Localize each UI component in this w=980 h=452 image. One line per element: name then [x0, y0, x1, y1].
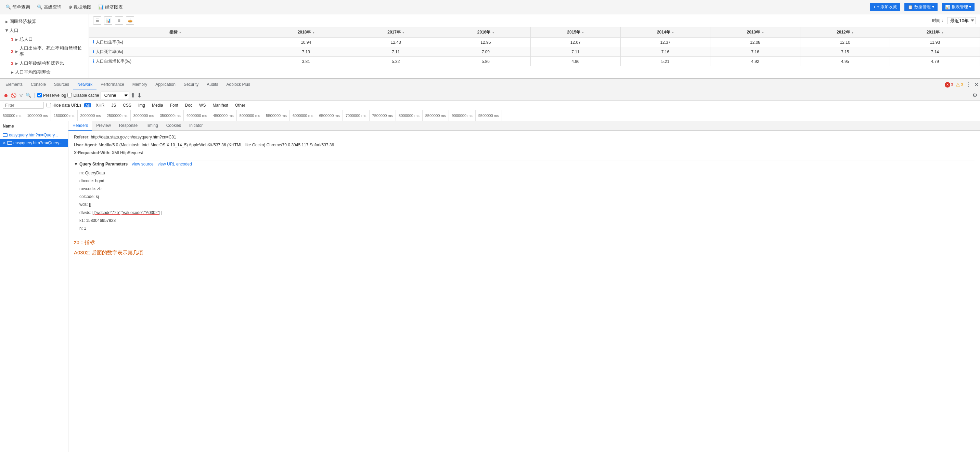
- tree-item-age-structure[interactable]: 3 ▶ 人口年龄结构和抚养比: [0, 59, 89, 68]
- name-panel: Name easyquery.htm?m=Query... ✕ easyquer…: [0, 121, 68, 452]
- data-map[interactable]: ⊕ 数据地图: [68, 4, 91, 10]
- devtools-toolbar: ⏺ 🚫 ▽ 🔍 Preserve log Disable cache Onlin…: [0, 90, 980, 100]
- table-view-icon[interactable]: ≡: [115, 16, 123, 25]
- tab-memory[interactable]: Memory: [128, 79, 151, 90]
- col-header-2012[interactable]: 2012年 ▾: [800, 27, 890, 38]
- chevron-right-icon-4: ▶: [15, 62, 18, 65]
- all-filter-badge[interactable]: All: [84, 103, 91, 107]
- tree-item-total-pop[interactable]: 1 ▶ 总人口: [0, 35, 89, 44]
- chart-view-icon[interactable]: 📊: [104, 16, 112, 25]
- chevron-right-icon-2: ▶: [15, 38, 18, 41]
- upload-icon[interactable]: ⬆: [130, 92, 135, 99]
- data-manage-btn[interactable]: 📋 数据管理 ▾: [904, 3, 937, 11]
- param-wds: wds: []: [80, 201, 975, 209]
- tree-item-life-expectancy[interactable]: ▶ 人口平均预期寿命: [0, 68, 89, 76]
- filter-other[interactable]: Other: [233, 103, 247, 108]
- info-icon-2[interactable]: ℹ: [93, 49, 94, 54]
- main-panel: Name easyquery.htm?m=Query... ✕ easyquer…: [0, 121, 980, 452]
- disable-cache-label[interactable]: Disable cache: [67, 93, 99, 98]
- warning-indicator: ⚠ 3: [956, 82, 963, 87]
- tab-network[interactable]: Network: [73, 79, 97, 90]
- website-area: 🔍 简单查询 🔍 高级查询 ⊕ 数据地图 📊 经济图表 + + 添加收藏 📋 数…: [0, 0, 980, 79]
- close-icon[interactable]: ✕: [974, 81, 978, 88]
- tab-sources[interactable]: Sources: [50, 79, 73, 90]
- col-header-2017[interactable]: 2017年 ▾: [351, 27, 441, 38]
- param-dfwds: dfwds: [{"wdcode":"zb","valuecode":"A030…: [80, 209, 975, 217]
- economic-chart[interactable]: 📊 经济图表: [98, 4, 123, 10]
- website-toolbar: 🔍 简单查询 🔍 高级查询 ⊕ 数据地图 📊 经济图表 + + 添加收藏 📋 数…: [0, 0, 980, 14]
- col-header-2016[interactable]: 2016年 ▾: [441, 27, 531, 38]
- col-header-2013[interactable]: 2013年 ▾: [710, 27, 800, 38]
- detail-tab-cookies[interactable]: Cookies: [162, 121, 185, 131]
- chevron-right-icon-5: ▶: [11, 70, 14, 74]
- tree-item-national-economy[interactable]: ▶ 国民经济核算: [0, 17, 89, 26]
- time-select[interactable]: 最近10年: [947, 17, 976, 24]
- filter-input[interactable]: [3, 102, 44, 109]
- view-url-encoded-link[interactable]: view URL encoded: [158, 162, 192, 167]
- preserve-log-checkbox[interactable]: [37, 93, 42, 97]
- col-header-2014[interactable]: 2014年 ▾: [620, 27, 710, 38]
- record-btn[interactable]: ⏺: [3, 92, 9, 98]
- search-icon-2: 🔍: [37, 5, 43, 10]
- filter-img[interactable]: Img: [136, 103, 147, 108]
- tab-security[interactable]: Security: [180, 79, 202, 90]
- more-options-icon[interactable]: ⋮: [966, 81, 972, 88]
- tree-item-census[interactable]: ▶ 人口普查人口基本情况: [0, 76, 89, 78]
- filter-btn[interactable]: ▽: [18, 92, 24, 98]
- search-icon: 🔍: [5, 5, 11, 10]
- filter-doc[interactable]: Doc: [183, 103, 194, 108]
- view-source-link[interactable]: view source: [132, 162, 153, 167]
- col-header-indicator[interactable]: 指标 ▾: [89, 27, 261, 38]
- detail-tab-response[interactable]: Response: [115, 121, 142, 131]
- list-view-icon[interactable]: ☰: [93, 16, 101, 25]
- chart-icon: 📊: [98, 5, 104, 10]
- detail-tab-preview[interactable]: Preview: [92, 121, 115, 131]
- download-icon[interactable]: ⬇: [137, 92, 142, 99]
- advanced-query[interactable]: 🔍 高级查询: [37, 4, 62, 10]
- tab-console[interactable]: Console: [27, 79, 50, 90]
- tab-adblock[interactable]: Adblock Plus: [223, 79, 254, 90]
- filter-row: Hide data URLs All XHR JS CSS Img Media …: [0, 100, 980, 110]
- tab-audits[interactable]: Audits: [202, 79, 222, 90]
- hide-data-urls-label[interactable]: Hide data URLs: [46, 103, 81, 108]
- tab-elements[interactable]: Elements: [2, 79, 27, 90]
- x-requested-row: X-Requested-With: XMLHttpRequest: [74, 149, 975, 157]
- col-header-2011[interactable]: 2011年 ▾: [890, 27, 980, 38]
- filter-ws[interactable]: WS: [197, 103, 208, 108]
- detail-content: Referer: http://data.stats.gov.cn/easyqu…: [68, 131, 980, 260]
- clear-btn[interactable]: 🚫: [10, 92, 16, 98]
- close-item-icon[interactable]: ✕: [3, 141, 6, 145]
- info-icon[interactable]: ℹ: [93, 40, 94, 44]
- filter-css[interactable]: CSS: [121, 103, 134, 108]
- pie-view-icon[interactable]: 🥧: [126, 16, 134, 25]
- preserve-log-label[interactable]: Preserve log: [37, 93, 66, 98]
- filter-xhr[interactable]: XHR: [94, 103, 107, 108]
- tab-performance[interactable]: Performance: [97, 79, 128, 90]
- param-colcode: colcode: sj: [80, 193, 975, 201]
- tree-item-birth-rate[interactable]: 2 ▶ 人口出生率、死亡率和自然增长率: [0, 44, 89, 59]
- throttle-select[interactable]: Online: [100, 92, 129, 99]
- detail-tab-headers[interactable]: Headers: [68, 121, 92, 131]
- info-icon-3[interactable]: ℹ: [93, 59, 94, 63]
- detail-tab-timing[interactable]: Timing: [142, 121, 162, 131]
- chevron-down-icon: ▶: [5, 29, 9, 32]
- filter-manifest[interactable]: Manifest: [210, 103, 230, 108]
- filter-font[interactable]: Font: [168, 103, 180, 108]
- gear-icon[interactable]: ⚙: [972, 92, 977, 98]
- filter-js[interactable]: JS: [109, 103, 118, 108]
- tab-application[interactable]: Application: [151, 79, 180, 90]
- col-header-2015[interactable]: 2015年 ▾: [531, 27, 621, 38]
- name-item-1[interactable]: easyquery.htm?m=Query...: [0, 131, 68, 139]
- timeline-row: 500000 ms 1000000 ms 1500000 ms 2000000 …: [0, 110, 980, 121]
- hide-data-urls-checkbox[interactable]: [46, 103, 51, 107]
- tree-item-population[interactable]: ▶ 人口: [0, 26, 89, 35]
- disable-cache-checkbox[interactable]: [67, 93, 72, 97]
- col-header-2018[interactable]: 2018年 ▾: [261, 27, 351, 38]
- search-btn[interactable]: 🔍: [25, 92, 32, 98]
- add-favorite-btn[interactable]: + + 添加收藏: [870, 3, 900, 11]
- report-manage-btn[interactable]: 📊 报表管理 ▾: [942, 3, 975, 11]
- name-item-2-selected[interactable]: ✕ easyquery.htm?m=Query...: [0, 139, 68, 147]
- detail-tab-initiator[interactable]: Initiator: [185, 121, 207, 131]
- simple-query[interactable]: 🔍 简单查询: [5, 4, 30, 10]
- filter-media[interactable]: Media: [150, 103, 165, 108]
